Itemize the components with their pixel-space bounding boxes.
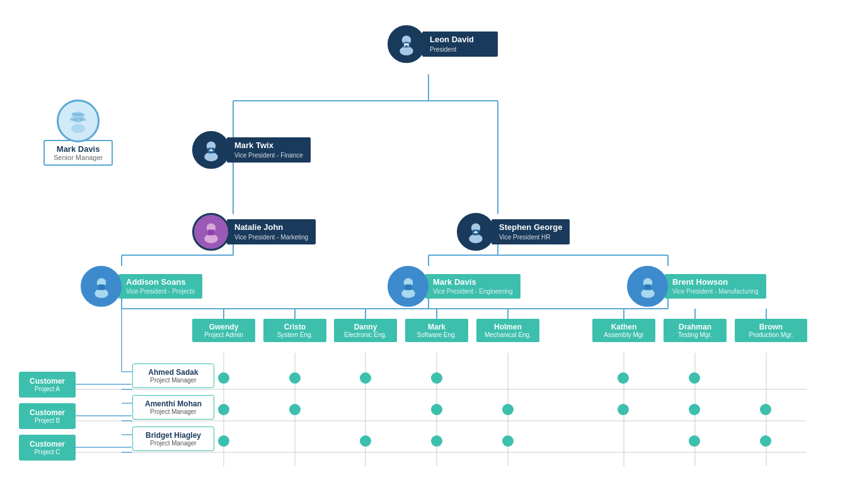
vp-finance-icon [200,139,222,161]
person-bridget-label: Bridget Hiagley Project Manager [132,427,214,451]
svg-rect-59 [208,229,215,235]
dot-r1-mark [431,372,442,384]
svg-point-54 [204,152,218,161]
president-icon [395,33,418,55]
vp-engineering-avatar [388,266,428,307]
dot-r2-brown [760,404,771,415]
vp-marketing-node: Natalie John Vice President - Marketing [192,213,316,251]
customer-a-label: Customer Project A [19,372,76,398]
col-header-cristo: Cristo System Eng. [263,319,326,342]
floating-card-title: Senior Manager [54,154,103,161]
svg-rect-66 [98,284,105,290]
vp-engineering-icon [397,275,420,298]
president-name: Leon David [430,35,490,45]
svg-point-65 [95,289,108,297]
dot-r2-mark [431,404,442,415]
person-ahmed-label: Ahmed Sadak Project Manager [132,364,214,388]
vp-manufacturing-icon [636,275,659,298]
vp-projects-label: Addison Soans Vice President - Projects [118,274,202,299]
vp-marketing-title: Vice President - Marketing [234,233,308,241]
col-header-gwendy: Gwendy Project Admin [192,319,255,342]
president-node: Leon David President [388,25,498,63]
dot-r3-gwendy [218,435,229,447]
vp-manufacturing-name: Brent Howson [672,277,759,288]
customer-c-label: Customer Project C [19,435,76,461]
vp-finance-label: Mark Twix Vice President - Finance [227,137,311,163]
dot-r1-cristo [289,372,301,384]
vp-manufacturing-node: Brent Howson Vice President - Manufactur… [627,266,766,307]
vp-engineering-node: Mark Davis Vice President - Engineering [388,266,521,307]
vp-manufacturing-label: Brent Howson Vice President - Manufactur… [665,274,766,299]
svg-point-68 [401,289,415,297]
svg-point-48 [400,47,413,55]
dot-r2-gwendy [218,404,229,415]
president-title: President [430,45,490,54]
floating-card-avatar: Photo Not Set [57,100,100,142]
dot-r3-holmen [502,435,514,447]
svg-text:Not Set: Not Set [71,117,86,122]
floating-card: Photo Not Set Mark Davis Senior Manager [43,100,113,166]
customer-b-label: Customer Project B [19,403,76,429]
person-amenthi-label: Amenthi Mohan Project Manager [132,395,214,420]
vp-hr-title: Vice President HR [499,233,562,241]
vp-marketing-label: Natalie John Vice President - Marketing [227,219,316,244]
dot-r2-cristo [289,404,301,415]
dot-r3-drahman [689,435,700,447]
col-header-kathen: Kathen Assembly Mgr [592,319,655,342]
col-header-holmen: Holmen Mechanical Eng. [476,319,539,342]
vp-engineering-name: Mark Davis [433,277,513,288]
col-header-brown: Brown Production Mgr. [735,319,807,342]
dot-r2-kathen [618,404,629,415]
vp-projects-name: Addison Soans [126,277,195,288]
vp-finance-node: Mark Twix Vice President - Finance [192,131,311,169]
vp-marketing-avatar [192,213,230,251]
vp-marketing-name: Natalie John [234,222,308,233]
dot-r3-brown [760,435,771,447]
vp-projects-title: Vice President - Projects [126,287,195,295]
org-chart: Leon David President Mark Twix Vice Pres… [0,0,857,504]
dot-r2-holmen [502,404,514,415]
vp-engineering-label: Mark Davis Vice President - Engineering [425,274,521,299]
svg-rect-72 [644,284,651,290]
vp-projects-node: Addison Soans Vice President - Projects [81,266,202,307]
vp-projects-icon [90,275,113,298]
vp-manufacturing-avatar [627,266,668,307]
vp-finance-name: Mark Twix [234,140,303,151]
svg-text:Photo: Photo [72,112,84,117]
col-header-danny: Danny Electronic Eng. [334,319,397,342]
svg-point-76 [71,124,85,133]
vp-finance-title: Vice President - Finance [234,151,303,159]
dot-r1-gwendy [218,372,229,384]
floating-card-name: Mark Davis [54,144,103,154]
vp-hr-icon [464,220,487,243]
president-label: Leon David President [422,32,498,57]
connector-lines [0,0,857,504]
vp-marketing-icon [200,220,222,243]
vp-projects-avatar [81,266,122,307]
col-header-mark: Mark Software Eng. [405,319,468,342]
vp-hr-label: Stephen George Vice President HR [492,219,570,244]
dot-r1-drahman [689,372,700,384]
vp-hr-name: Stephen George [499,222,562,233]
dot-r1-danny [360,372,371,384]
svg-point-58 [204,234,218,243]
floating-card-icon: Photo Not Set [66,108,91,134]
dot-r3-danny [360,435,371,447]
president-avatar [388,25,425,63]
vp-engineering-title: Vice President - Engineering [433,287,513,295]
svg-point-71 [641,289,655,297]
floating-card-info: Mark Davis Senior Manager [43,140,113,166]
vp-finance-avatar [192,131,230,169]
dot-r1-kathen [618,372,629,384]
vp-manufacturing-title: Vice President - Manufacturing [672,287,759,295]
dot-r2-drahman [689,404,700,415]
vp-hr-node: Stephen George Vice President HR [457,213,570,251]
dot-r3-mark [431,435,442,447]
svg-point-61 [469,234,483,243]
vp-hr-avatar [457,213,495,251]
col-header-drahman: Drahman Testing Mgr. [664,319,727,342]
svg-rect-69 [405,284,411,290]
